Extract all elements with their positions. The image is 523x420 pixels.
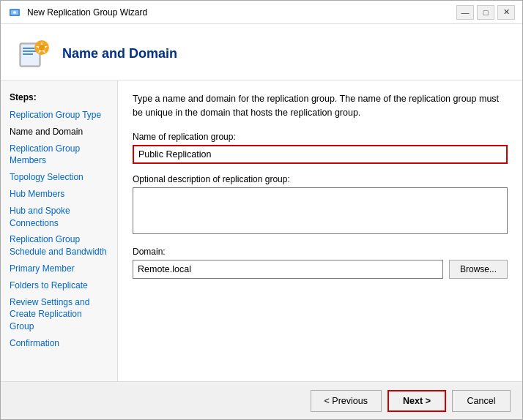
sidebar-item-primary-member[interactable]: Primary Member xyxy=(1,260,117,277)
maximize-button[interactable]: □ xyxy=(477,5,494,20)
page-description: Type a name and domain for the replicati… xyxy=(133,92,508,120)
browse-button[interactable]: Browse... xyxy=(449,260,508,279)
next-button[interactable]: Next > xyxy=(387,390,446,412)
sidebar: Steps: Replication Group Type Name and D… xyxy=(1,80,118,381)
footer: < Previous Next > Cancel xyxy=(1,381,522,419)
page-title: Name and Domain xyxy=(62,46,177,61)
description-label: Optional description of replication grou… xyxy=(133,174,508,184)
cancel-button[interactable]: Cancel xyxy=(452,390,511,412)
sidebar-item-replication-group-schedule[interactable]: Replication Group Schedule and Bandwidth xyxy=(1,231,117,260)
domain-label: Domain: xyxy=(133,247,508,257)
title-bar: New Replication Group Wizard — □ ✕ xyxy=(1,1,522,24)
description-field-group: Optional description of replication grou… xyxy=(133,174,508,236)
domain-input[interactable] xyxy=(133,260,443,279)
domain-row: Browse... xyxy=(133,260,508,279)
description-textarea-wrapper xyxy=(133,187,508,236)
window-controls: — □ ✕ xyxy=(456,5,515,20)
name-field-group: Name of replication group: xyxy=(133,132,508,164)
wizard-window: New Replication Group Wizard — □ ✕ Name … xyxy=(0,0,523,420)
header-area: Name and Domain xyxy=(1,24,522,80)
svg-rect-6 xyxy=(23,50,36,52)
svg-rect-5 xyxy=(23,48,34,49)
minimize-button[interactable]: — xyxy=(456,5,474,20)
steps-label: Steps: xyxy=(1,89,117,107)
sidebar-item-confirmation[interactable]: Confirmation xyxy=(1,335,117,352)
svg-rect-7 xyxy=(23,53,33,55)
window-icon xyxy=(8,6,21,19)
main-content: Type a name and domain for the replicati… xyxy=(118,80,522,381)
sidebar-item-name-and-domain: Name and Domain xyxy=(1,124,117,140)
sidebar-item-folders-to-replicate[interactable]: Folders to Replicate xyxy=(1,277,117,294)
replication-group-description-input[interactable] xyxy=(133,187,508,234)
previous-button[interactable]: < Previous xyxy=(311,390,382,412)
sidebar-item-topology-selection[interactable]: Topology Selection xyxy=(1,169,117,186)
sidebar-item-hub-and-spoke-connections[interactable]: Hub and Spoke Connections xyxy=(1,203,117,232)
sidebar-item-replication-group-members[interactable]: Replication Group Members xyxy=(1,140,117,170)
sidebar-item-review-settings[interactable]: Review Settings and Create Replication G… xyxy=(1,294,117,335)
name-label: Name of replication group: xyxy=(133,132,508,142)
sidebar-item-replication-group-type[interactable]: Replication Group Type xyxy=(1,107,117,124)
close-button[interactable]: ✕ xyxy=(497,5,515,20)
replication-group-name-input[interactable] xyxy=(133,145,508,164)
content-area: Steps: Replication Group Type Name and D… xyxy=(1,80,522,381)
wizard-icon xyxy=(15,36,51,71)
svg-point-2 xyxy=(13,11,16,14)
window-title: New Replication Group Wizard xyxy=(27,7,456,18)
sidebar-item-hub-members[interactable]: Hub Members xyxy=(1,186,117,203)
svg-point-10 xyxy=(39,45,45,50)
domain-field-group: Domain: Browse... xyxy=(133,247,508,279)
